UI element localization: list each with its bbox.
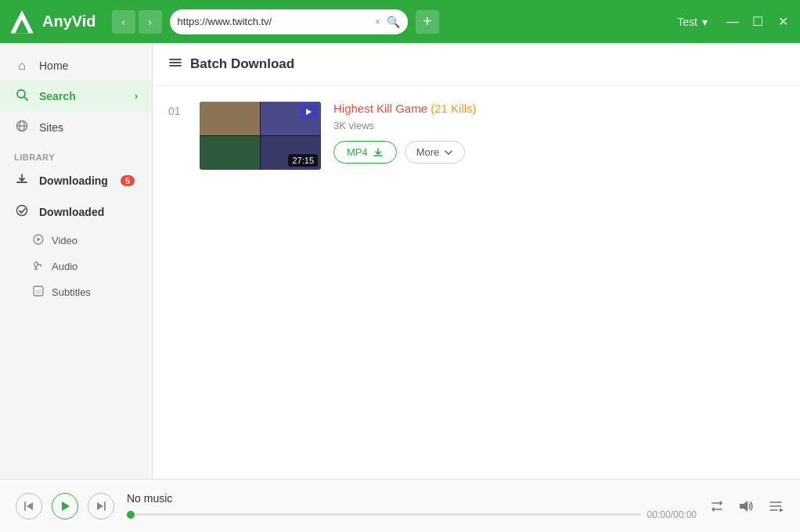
maximize-button[interactable]: ☐ xyxy=(748,13,767,31)
sidebar-item-downloaded-label: Downloaded xyxy=(39,206,104,218)
result-title: Highest Kill Game (21 Kills) xyxy=(333,102,784,115)
back-button[interactable]: ‹ xyxy=(112,10,135,34)
close-button[interactable]: ✕ xyxy=(773,13,792,31)
result-title-main: Highest Kill Game xyxy=(333,102,431,115)
address-text: https://www.twitch.tv/ xyxy=(178,16,369,27)
play-icon xyxy=(59,501,70,512)
app-name: AnyVid xyxy=(42,13,96,31)
mp4-label: MP4 xyxy=(347,146,368,158)
svg-marker-27 xyxy=(780,508,784,512)
result-info: Highest Kill Game (21 Kills) 3K views MP… xyxy=(333,102,784,164)
progress-dot xyxy=(127,511,135,519)
svg-line-3 xyxy=(24,97,27,100)
volume-button[interactable] xyxy=(737,498,755,515)
result-views: 3K views xyxy=(333,120,784,131)
search-icon xyxy=(14,88,30,104)
content-header: Batch Download xyxy=(153,43,800,86)
search-chevron-icon: › xyxy=(135,91,138,102)
results-area: 01 27:15 xyxy=(153,86,800,479)
thumb-cell-2 xyxy=(261,102,321,135)
audio-icon xyxy=(33,260,44,273)
sidebar-item-sites-label: Sites xyxy=(39,121,63,134)
batch-icon xyxy=(168,56,182,73)
library-header: Library xyxy=(0,143,152,165)
more-label: More xyxy=(416,146,440,158)
home-icon: ⌂ xyxy=(14,59,30,73)
video-icon xyxy=(33,234,44,247)
svg-point-7 xyxy=(17,206,27,216)
player-right-controls xyxy=(709,498,784,515)
add-tab-button[interactable]: + xyxy=(416,10,439,34)
next-icon xyxy=(95,501,106,512)
progress-bar[interactable] xyxy=(127,513,641,516)
player-bar: No music 00:00/00:00 xyxy=(0,479,800,532)
previous-button[interactable] xyxy=(16,493,42,519)
repeat-button[interactable] xyxy=(709,498,725,514)
thumb-cell-1 xyxy=(200,102,260,135)
sidebar-item-home[interactable]: ⌂ Home xyxy=(0,51,152,81)
repeat-icon xyxy=(709,498,725,514)
user-menu[interactable]: Test ▾ xyxy=(677,16,708,28)
minimize-button[interactable]: — xyxy=(723,13,742,31)
player-info: No music 00:00/00:00 xyxy=(127,492,697,520)
thumbnail: 27:15 xyxy=(200,102,321,170)
main-area: ⌂ Home Search › Sites Libra xyxy=(0,43,800,479)
sites-icon xyxy=(14,120,30,135)
svg-marker-20 xyxy=(62,501,70,511)
content-area: Batch Download 01 27: xyxy=(153,43,800,479)
result-actions: MP4 More xyxy=(333,141,784,164)
mp4-download-button[interactable]: MP4 xyxy=(333,141,397,164)
volume-icon xyxy=(737,498,755,515)
player-controls xyxy=(16,493,114,519)
sidebar-item-downloading-label: Downloading xyxy=(39,174,108,187)
address-close-icon[interactable]: × xyxy=(375,16,380,27)
sidebar-sub-audio[interactable]: Audio xyxy=(0,253,152,279)
downloaded-icon xyxy=(14,204,30,220)
user-label: Test xyxy=(677,16,697,28)
svg-marker-22 xyxy=(97,502,103,510)
download-icon xyxy=(373,147,384,158)
duration-badge: 27:15 xyxy=(288,154,318,167)
downloading-badge: 5 xyxy=(121,175,135,186)
user-chevron-icon: ▾ xyxy=(702,16,708,28)
queue-button[interactable] xyxy=(767,498,784,515)
sidebar-item-sites[interactable]: Sites xyxy=(0,112,152,143)
window-controls: — ☐ ✕ xyxy=(723,13,792,31)
thumb-overlay-icon xyxy=(299,105,318,119)
time-display: 00:00/00:00 xyxy=(647,509,697,520)
sidebar-item-home-label: Home xyxy=(39,59,68,72)
sidebar: ⌂ Home Search › Sites Libra xyxy=(0,43,153,479)
player-track: No music xyxy=(127,492,697,505)
downloading-icon xyxy=(14,173,30,189)
forward-button[interactable]: › xyxy=(139,10,162,34)
result-item: 01 27:15 xyxy=(168,102,784,170)
sidebar-item-downloading[interactable]: Downloading 5 xyxy=(0,165,152,196)
nav-buttons: ‹ › xyxy=(112,10,162,34)
sidebar-sub-subtitles-label: Subtitles xyxy=(52,286,91,298)
sidebar-item-search-label: Search xyxy=(39,90,76,102)
logo-area: AnyVid xyxy=(8,8,96,36)
player-progress: 00:00/00:00 xyxy=(127,509,697,520)
more-chevron-icon xyxy=(444,148,453,157)
batch-download-title: Batch Download xyxy=(190,56,294,72)
app-logo-icon xyxy=(8,8,36,36)
more-button[interactable]: More xyxy=(405,141,466,164)
sidebar-sub-video[interactable]: Video xyxy=(0,228,152,253)
svg-text:CC: CC xyxy=(36,289,42,294)
subtitles-icon: CC xyxy=(33,286,44,299)
previous-icon xyxy=(23,501,34,512)
sidebar-sub-video-label: Video xyxy=(52,235,77,246)
svg-marker-23 xyxy=(740,501,748,512)
next-button[interactable] xyxy=(88,493,114,519)
play-button[interactable] xyxy=(52,493,78,519)
sidebar-item-downloaded[interactable]: Downloaded xyxy=(0,196,152,228)
svg-marker-9 xyxy=(38,238,41,242)
address-search-icon: 🔍 xyxy=(387,16,400,28)
thumb-play-icon xyxy=(306,109,312,115)
sidebar-sub-subtitles[interactable]: CC Subtitles xyxy=(0,279,152,305)
queue-icon xyxy=(767,498,784,515)
address-bar[interactable]: https://www.twitch.tv/ × 🔍 xyxy=(170,9,408,34)
result-number: 01 xyxy=(168,102,187,117)
sidebar-item-search[interactable]: Search › xyxy=(0,81,152,112)
titlebar: AnyVid ‹ › https://www.twitch.tv/ × 🔍 + … xyxy=(0,0,800,43)
